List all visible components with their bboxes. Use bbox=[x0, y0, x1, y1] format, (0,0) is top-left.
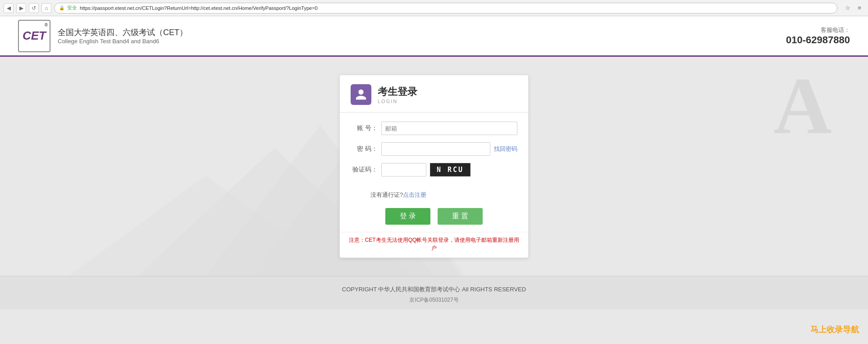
browser-actions: ☆ ≡ bbox=[843, 3, 864, 13]
site-title-area: 全国大学英语四、六级考试（CET） College English Test B… bbox=[58, 27, 187, 45]
contact-label: 客服电话： bbox=[786, 26, 850, 34]
contact-phone: 010-62987880 bbox=[786, 34, 850, 46]
captcha-text: N RCU bbox=[437, 166, 464, 174]
site-footer: COPYRIGHT 中华人民共和国教育部考试中心 All RIGHTS RESE… bbox=[0, 276, 868, 309]
user-icon bbox=[355, 88, 367, 101]
menu-button[interactable]: ≡ bbox=[854, 3, 864, 13]
password-input[interactable] bbox=[381, 142, 490, 156]
login-button[interactable]: 登 录 bbox=[385, 208, 430, 225]
site-title-en: College English Test Band4 and Band6 bbox=[58, 38, 187, 45]
forgot-password-link[interactable]: 找回密码 bbox=[494, 145, 517, 153]
reload-button[interactable]: ↺ bbox=[29, 3, 39, 13]
login-title-cn: 考生登录 bbox=[378, 85, 417, 99]
forward-button[interactable]: ▶ bbox=[16, 3, 26, 13]
main-content: A 考生登录 LOGIN 账 号： 密 码： bbox=[0, 57, 868, 276]
cet-logo: CET bbox=[18, 20, 50, 52]
username-row: 账 号： bbox=[351, 122, 517, 135]
logo-text: CET bbox=[23, 29, 46, 43]
notice-text: 注意：CET考生无法使用QQ帐号关联登录，请使用电子邮箱重新注册用户 bbox=[347, 236, 521, 252]
button-row: 登 录 重 置 bbox=[340, 204, 528, 232]
notice-row: 注意：CET考生无法使用QQ帐号关联登录，请使用电子邮箱重新注册用户 bbox=[340, 232, 528, 258]
browser-chrome: ◀ ▶ ↺ ⌂ 🔒 安全 https://passport.etest.net.… bbox=[0, 0, 868, 16]
password-row: 密 码： 找回密码 bbox=[351, 142, 517, 156]
no-passport-text: 没有通行证? bbox=[370, 191, 403, 199]
address-bar[interactable]: 🔒 安全 https://passport.etest.net.cn/CETLo… bbox=[54, 3, 837, 14]
contact-area: 客服电话： 010-62987880 bbox=[786, 26, 850, 46]
safe-label: 安全 bbox=[67, 5, 77, 11]
login-header: 考生登录 LOGIN bbox=[340, 75, 528, 113]
svg-marker-3 bbox=[69, 176, 343, 276]
footer-icp: 京ICP备05031027号 bbox=[0, 296, 868, 304]
lock-icon: 🔒 bbox=[59, 5, 64, 10]
captcha-image[interactable]: N RCU bbox=[430, 163, 471, 177]
captcha-label: 验证码： bbox=[351, 166, 378, 174]
site-title-cn: 全国大学英语四、六级考试（CET） bbox=[58, 27, 187, 38]
register-link[interactable]: 点击注册 bbox=[403, 191, 426, 199]
url-text: https://passport.etest.net.cn/CETLogin?R… bbox=[80, 5, 318, 11]
username-label: 账 号： bbox=[351, 124, 378, 132]
site-header: CET 全国大学英语四、六级考试（CET） College English Te… bbox=[0, 16, 868, 57]
login-body: 账 号： 密 码： 找回密码 验证码： N RCU bbox=[340, 113, 528, 191]
login-card: 考生登录 LOGIN 账 号： 密 码： 找回密码 验证码： bbox=[339, 75, 529, 258]
captcha-row: 验证码： N RCU bbox=[351, 163, 517, 177]
login-title-area: 考生登录 LOGIN bbox=[378, 85, 417, 104]
reset-button[interactable]: 重 置 bbox=[438, 208, 483, 225]
bg-decoration-letters: A bbox=[773, 59, 832, 152]
register-link-row: 没有通行证?点击注册 bbox=[340, 191, 528, 204]
login-icon-box bbox=[351, 84, 371, 105]
captcha-input-area: N RCU bbox=[381, 163, 471, 177]
corner-nav-link[interactable]: 马上收录导航 bbox=[810, 324, 859, 335]
logo-area: CET 全国大学英语四、六级考试（CET） College English Te… bbox=[18, 20, 187, 52]
footer-copyright: COPYRIGHT 中华人民共和国教育部考试中心 All RIGHTS RESE… bbox=[0, 285, 868, 294]
captcha-input[interactable] bbox=[381, 163, 426, 177]
home-button[interactable]: ⌂ bbox=[41, 3, 51, 13]
password-label: 密 码： bbox=[351, 145, 378, 153]
bookmark-button[interactable]: ☆ bbox=[843, 3, 853, 13]
username-input[interactable] bbox=[381, 122, 517, 135]
login-title-en: LOGIN bbox=[378, 99, 417, 104]
back-button[interactable]: ◀ bbox=[4, 3, 14, 13]
